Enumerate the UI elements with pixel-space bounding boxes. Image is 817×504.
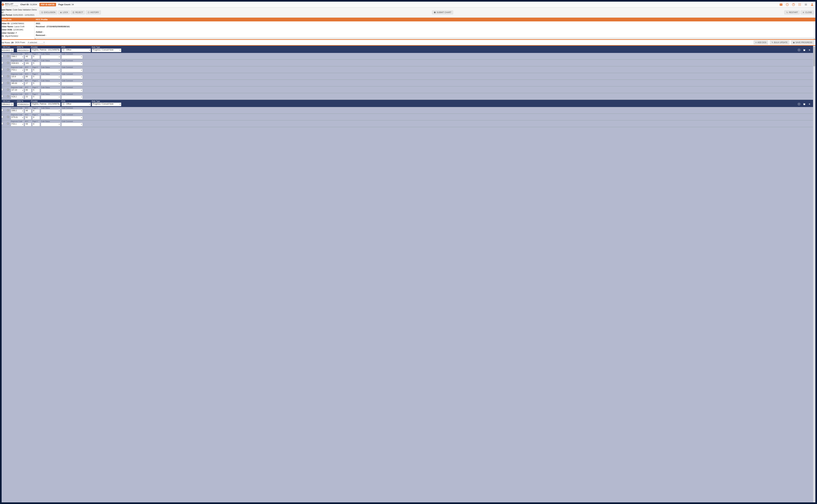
help-icon[interactable] [792,3,795,6]
code-comment-select[interactable] [61,95,83,99]
page-input[interactable]: 5 [32,55,40,59]
page-input[interactable]: 5 [32,82,40,86]
diag-checkbox[interactable] [2,116,3,118]
code-status-select[interactable] [41,62,60,66]
hcc-input[interactable]: 33 [25,95,31,99]
row-checkbox-icon[interactable] [798,103,800,106]
code-status-select[interactable] [41,123,60,126]
hcc-input[interactable]: 161 [25,62,31,66]
row-add-icon[interactable] [808,49,811,52]
diagnosis-code-select[interactable]: E08.621 [11,62,24,66]
dos-to-input[interactable]: 03/21/2021 [17,49,30,52]
hcc-input[interactable]: 59 [25,123,31,126]
hcc-input[interactable]: 85 [25,89,31,92]
dos-from-input[interactable]: 3/21/2021 [2,49,14,52]
menu-icon[interactable] [804,3,808,6]
diagnosis-code-select[interactable]: D69.2 [11,55,24,59]
diag-checkbox[interactable] [2,62,3,64]
diagnosis-code-select[interactable]: F33.1 [11,123,24,126]
code-status-select[interactable] [41,55,60,59]
code-status-select[interactable] [41,109,60,113]
code-comment-select[interactable] [61,82,83,86]
page-input[interactable]: 8 [32,123,40,126]
code-comment-select[interactable] [61,75,83,79]
page-input[interactable]: 5 [32,69,40,72]
row-save-icon[interactable] [803,103,806,106]
hcc-input[interactable]: 27 [25,82,31,86]
code-comment-select[interactable] [61,109,83,113]
diag-status-dot[interactable]: ✔ [7,82,9,84]
apps-icon[interactable] [798,3,801,6]
diag-status-dot[interactable]: ✔ [7,62,9,64]
provider-select[interactable]: Hughes, Patricia - 1012345678 [31,103,60,106]
mail-icon[interactable] [779,3,783,6]
page-input[interactable]: 5 [32,89,40,92]
code-status-select[interactable] [41,82,60,86]
bulk-update-button[interactable]: ✎ BULK UPDATE [770,41,789,44]
history-button[interactable]: HISTORY [86,10,101,14]
hcc-input[interactable]: 59 [25,69,31,72]
submit-chart-button[interactable]: SUBMIT CHART [432,10,453,14]
diagnosis-code-select[interactable]: E75.01 [11,116,24,120]
code-comment-select[interactable] [61,62,83,66]
page-input[interactable]: 5 [32,62,40,66]
code-comment-select[interactable] [61,123,83,126]
dos-from-input[interactable]: 7/05/2021 [2,103,14,106]
diag-status-dot[interactable]: ✔ [7,116,9,118]
diag-checkbox[interactable] [2,109,3,111]
pos-select[interactable]: 11 - Office [61,103,91,106]
restart-button[interactable]: RESTART [784,10,800,14]
diag-checkbox[interactable] [2,82,3,84]
hcc-input[interactable]: 48 [25,55,31,59]
alert-icon[interactable] [786,3,789,6]
grid-vertical-scrollbar[interactable] [813,46,815,502]
hcc-input[interactable]: 48 [25,109,31,113]
diag-checkbox[interactable] [2,68,3,71]
diagnosis-code-select[interactable]: I85.00 [11,82,24,86]
row-save-icon[interactable] [803,49,806,52]
diagnosis-code-select[interactable]: F33.1 [11,69,24,72]
diag-status-dot[interactable]: ✔ [7,68,9,71]
dos-from-filter-dropdown[interactable]: 4 selected [27,41,45,44]
diagnosis-code-select[interactable]: D69.2 [11,109,24,113]
diagnosis-code-select[interactable]: K28.2 [11,95,24,99]
code-comment-select[interactable] [61,55,83,59]
code-comment-select[interactable] [61,89,83,92]
scrollbar-thumb[interactable] [813,47,815,66]
close-button[interactable]: CLOSE [801,10,814,14]
diag-checkbox[interactable] [2,122,3,125]
dos-to-input[interactable]: 07/05/2021 [17,103,30,106]
diag-status-dot[interactable]: ✔ [7,88,9,91]
row-checkbox-icon[interactable] [798,49,800,52]
reject-button[interactable]: REJECT [71,10,85,14]
diag-status-dot[interactable]: ✔ [7,109,9,111]
code-comment-select[interactable] [61,69,83,72]
exclusion-button[interactable]: EXCLUSION [39,10,57,14]
hcc-horizontal-scrollbar[interactable] [34,38,815,39]
note-type-select[interactable]: Progress / Consult Note [92,103,121,106]
save-progress-button[interactable]: SAVE PROGRESS [791,41,814,44]
lock-button[interactable]: LOCK [58,10,70,14]
code-status-select[interactable] [41,75,60,79]
page-input[interactable]: 8 [32,109,40,113]
code-status-select[interactable] [41,69,60,72]
code-comment-select[interactable] [61,116,83,120]
diag-checkbox[interactable] [2,55,3,57]
diag-checkbox[interactable] [2,75,3,77]
row-add-icon[interactable] [808,103,811,106]
diag-checkbox[interactable] [2,95,3,97]
diag-status-dot[interactable]: ✔ [7,122,9,125]
diag-status-dot[interactable]: ✔ [7,95,9,97]
user-icon[interactable] [810,3,814,6]
code-status-select[interactable] [41,95,60,99]
diag-status-dot[interactable]: ✔ [7,75,9,77]
hcc-input[interactable]: 52 [25,116,31,120]
add-dos-button[interactable]: + ADD DOS [754,41,768,44]
diag-status-dot[interactable]: ✔ [7,55,9,57]
diagnosis-code-select[interactable]: I27.20 [11,89,24,92]
page-input[interactable]: 5 [32,95,40,99]
hcc-input[interactable]: 88 [25,75,31,79]
diagnosis-code-select[interactable]: I20.9 [11,75,24,79]
pdf-id-badge[interactable]: PDF ID 426725 [39,3,56,6]
code-status-select[interactable] [41,116,60,120]
